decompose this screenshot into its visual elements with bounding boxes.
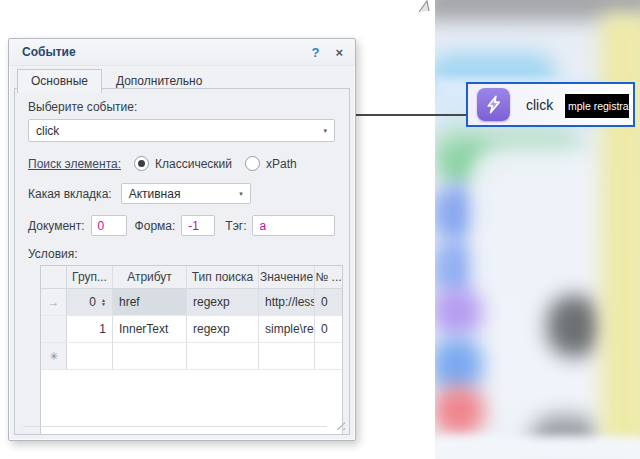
tab-additional[interactable]: Дополнительно <box>102 69 216 93</box>
group-value: 0 <box>89 295 96 309</box>
document-input[interactable]: 0 <box>91 215 127 236</box>
spinner-icon[interactable]: ▲ ▼ <box>101 298 106 306</box>
fields-row: Документ: 0 Форма: -1 Тэг: a <box>28 215 335 236</box>
radio-xpath[interactable] <box>245 156 260 171</box>
grid-header-value[interactable]: Значение <box>259 266 315 288</box>
blur-blob <box>547 295 602 357</box>
blur-blob <box>601 14 640 459</box>
radio-classic-label: Классический <box>155 157 232 171</box>
dialog-title: Событие <box>22 45 311 59</box>
lightning-icon <box>477 88 510 121</box>
conditions-grid: Груп... Атрибут Тип поиска Значение № ..… <box>40 265 343 435</box>
value-cell[interactable]: simple\regi... <box>259 316 315 342</box>
element-tooltip: mple registrat <box>563 92 631 120</box>
form-value: -1 <box>188 219 199 233</box>
cursor-fragment-icon <box>417 0 435 13</box>
blur-blob <box>470 150 600 420</box>
tab-strip: Основные Дополнительно <box>9 69 355 93</box>
value-cell[interactable] <box>259 343 315 369</box>
tab-page-main: Выберите событие: click ▾ Поиск элемента… <box>14 88 350 435</box>
event-select-combobox[interactable]: click ▾ <box>28 119 335 142</box>
element-search-link[interactable]: Поиск элемента: <box>28 157 121 171</box>
group-cell[interactable] <box>67 343 113 369</box>
grid-header-group[interactable]: Груп... <box>67 266 113 288</box>
which-tab-value: Активная <box>129 187 181 201</box>
event-dialog: Событие ? × Основные Дополнительно Выбер… <box>8 38 356 441</box>
tag-label: Тэг: <box>225 219 246 233</box>
table-new-row[interactable]: ✳ <box>41 343 342 370</box>
spin-down-icon[interactable]: ▼ <box>101 302 106 306</box>
searchtype-cell[interactable]: regexp <box>187 316 259 342</box>
close-button[interactable]: × <box>335 45 343 60</box>
form-label: Форма: <box>135 219 176 233</box>
table-row[interactable]: → 0 ▲ ▼ href regexp http://less... 0 <box>41 289 342 316</box>
number-cell[interactable]: 0 <box>315 289 342 315</box>
grid-empty-area <box>41 370 342 434</box>
selected-element-card[interactable]: click mple registrat <box>466 82 635 127</box>
which-tab-row: Какая вкладка: Активная ▾ <box>28 183 335 204</box>
document-value: 0 <box>98 219 105 233</box>
number-cell[interactable] <box>315 343 342 369</box>
group-cell[interactable]: 0 ▲ ▼ <box>67 289 113 315</box>
connector-line <box>355 114 468 116</box>
attribute-cell[interactable]: InnerText <box>113 316 187 342</box>
radio-xpath-label: xPath <box>266 157 297 171</box>
help-button[interactable]: ? <box>311 45 319 60</box>
number-cell[interactable]: 0 <box>315 316 342 342</box>
value-cell[interactable]: http://less... <box>259 289 315 315</box>
blur-blob <box>435 288 483 336</box>
tag-input[interactable]: a <box>252 215 335 236</box>
searchtype-cell[interactable] <box>187 343 259 369</box>
attribute-cell[interactable] <box>113 343 187 369</box>
status-divider <box>23 426 327 427</box>
grid-header-marker <box>41 266 67 288</box>
event-select-label: Выберите событие: <box>28 100 137 114</box>
row-arrow-icon: → <box>41 289 67 315</box>
attribute-cell[interactable]: href <box>113 289 187 315</box>
grid-header-number[interactable]: № ... <box>315 266 342 288</box>
grid-header-row: Груп... Атрибут Тип поиска Значение № ..… <box>41 266 342 289</box>
row-marker <box>41 316 67 342</box>
tab-main[interactable]: Основные <box>17 69 102 93</box>
group-cell[interactable]: 1 <box>67 316 113 342</box>
dialog-titlebar[interactable]: Событие ? × <box>9 39 355 66</box>
event-select-value: click <box>36 124 59 138</box>
table-row[interactable]: 1 InnerText regexp simple\regi... 0 <box>41 316 342 343</box>
blur-blob <box>435 436 640 459</box>
element-card-label: click <box>526 97 553 113</box>
radio-classic[interactable] <box>134 156 149 171</box>
chevron-down-icon: ▾ <box>323 127 327 135</box>
element-search-row: Поиск элемента: Классический xPath <box>28 156 335 171</box>
grid-header-searchtype[interactable]: Тип поиска <box>187 266 259 288</box>
conditions-label: Условия: <box>28 247 335 261</box>
which-tab-combobox[interactable]: Активная ▾ <box>121 183 251 204</box>
which-tab-label: Какая вкладка: <box>28 187 112 201</box>
grid-header-attribute[interactable]: Атрибут <box>113 266 187 288</box>
form-input[interactable]: -1 <box>181 215 215 236</box>
tag-value: a <box>259 219 266 233</box>
browser-window-blurred <box>435 0 640 459</box>
blur-blob <box>435 386 485 436</box>
document-label: Документ: <box>28 219 85 233</box>
new-row-icon: ✳ <box>41 343 67 369</box>
screen: click mple registrat Событие ? × Основны… <box>0 0 640 459</box>
chevron-down-icon: ▾ <box>239 190 243 198</box>
searchtype-cell[interactable]: regexp <box>187 289 259 315</box>
